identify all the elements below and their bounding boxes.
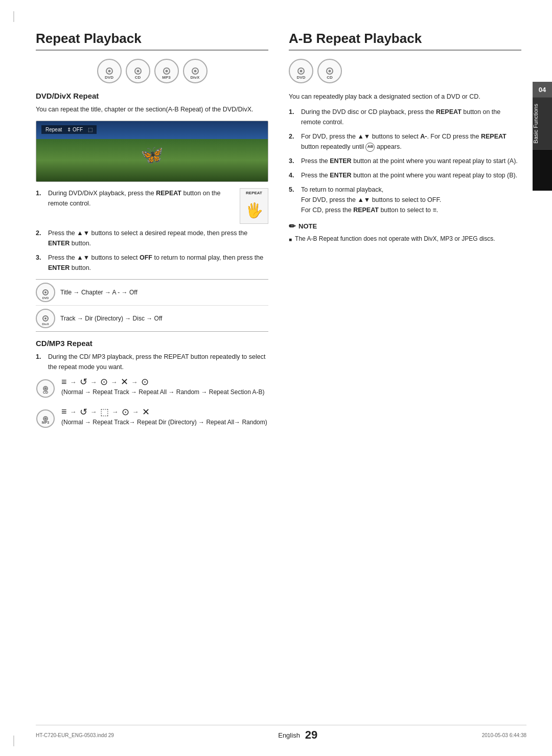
right-section-title: A-B Repeat Playback bbox=[289, 31, 521, 51]
cd-mp3-title: CD/MP3 Repeat bbox=[36, 339, 268, 348]
cd-steps: 1. During the CD/ MP3 playback, press th… bbox=[36, 352, 268, 372]
step1: 1. During DVD/DivX playback, press the R… bbox=[36, 188, 235, 209]
mp3-disc-inner bbox=[163, 67, 170, 75]
mp3-label: MP3 bbox=[162, 75, 170, 80]
right-intro: You can repeatedly play back a designate… bbox=[289, 91, 521, 102]
divx-disc-inner bbox=[192, 67, 199, 75]
right-dvd-disc-icon: DVD bbox=[289, 59, 313, 83]
divx-row-icon: DivX bbox=[36, 309, 55, 328]
right-step3: 3. Press the ENTER button at the point w… bbox=[289, 156, 521, 166]
left-column: Repeat Playback DVD CD MP3 DivX bbox=[36, 31, 268, 436]
note-label: NOTE bbox=[298, 222, 317, 230]
cd-seq1-row: CD ≡ → ↺ → ⊙ → ✕ → ⊙ (Normal → bbox=[36, 376, 268, 400]
sym-normal1: ≡ bbox=[61, 377, 69, 387]
page-footer: HT-C720-EUR_ENG-0503.indd 29 English 29 … bbox=[36, 725, 526, 742]
note-section: ✏ NOTE ■ The A-B Repeat function does no… bbox=[289, 221, 521, 243]
step1-text: 1. During DVD/DivX playback, press the R… bbox=[36, 188, 235, 224]
dvd-disc-inner bbox=[106, 67, 113, 75]
right-step1-content: During the DVD disc or CD playback, pres… bbox=[301, 107, 521, 127]
right-disc-icons-row: DVD CD bbox=[289, 59, 521, 83]
right-step4-content: Press the ENTER button at the point wher… bbox=[301, 170, 521, 180]
right-step2-content: For DVD, press the ▲▼ buttons to select … bbox=[301, 131, 521, 152]
right-cd-disc-inner bbox=[326, 67, 333, 75]
steps-list-1: 1. During DVD/DivX playback, press the R… bbox=[36, 188, 235, 209]
sym-all1: ⊙ bbox=[100, 376, 110, 387]
hand-icon: 🖐 bbox=[245, 202, 263, 219]
step2-bold: ENTER bbox=[48, 240, 70, 247]
right-steps-list: 1. During the DVD disc or CD playback, p… bbox=[289, 107, 521, 215]
repeat-mode-table: DVD Title → Chapter → A - → Off DivX Tra… bbox=[36, 279, 268, 332]
ab-icon: AB bbox=[365, 143, 375, 152]
right-column: A-B Repeat Playback DVD CD You can repea… bbox=[289, 31, 521, 436]
arr8: → bbox=[132, 408, 141, 416]
dvd-repeat-row: DVD Title → Chapter → A - → Off bbox=[36, 280, 268, 306]
step1-container: 1. During DVD/DivX playback, press the R… bbox=[36, 188, 268, 224]
step3-num: 3. bbox=[36, 253, 44, 273]
sym-random2: ✕ bbox=[142, 406, 152, 418]
disc-icons-row: DVD CD MP3 DivX bbox=[36, 59, 268, 83]
mp3-seq2-label: MP3 bbox=[42, 421, 49, 424]
cd-seq1-caption: (Normal → Repeat Track → Repeat All → Ra… bbox=[61, 387, 265, 397]
steps-list-23: 2. Press the ▲▼ buttons to select a desi… bbox=[36, 228, 268, 273]
note-header: ✏ NOTE bbox=[289, 221, 521, 231]
right-step2-bold2: REPEAT bbox=[481, 133, 507, 140]
left-section-title: Repeat Playback bbox=[36, 31, 268, 51]
cd-seq1-label: CD bbox=[43, 391, 48, 394]
right-step4-num: 4. bbox=[289, 170, 297, 180]
right-step1-bold: REPEAT bbox=[436, 108, 462, 116]
right-step5-num: 5. bbox=[289, 185, 297, 215]
arr6: → bbox=[90, 408, 99, 416]
cd-disc-icon: CD bbox=[126, 59, 150, 83]
step2: 2. Press the ▲▼ buttons to select a desi… bbox=[36, 228, 268, 248]
arr1: → bbox=[70, 378, 79, 386]
mp3-seq2-row: MP3 ≡ → ↺ → ⬚ → ⊙ → ✕ (Normal → bbox=[36, 406, 268, 430]
page-lang: English bbox=[278, 731, 300, 739]
mp3-seq2-caption: (Normal → Repeat Track→ Repeat Dir (Dire… bbox=[61, 418, 267, 427]
repeat-value: ⇕ OFF bbox=[67, 127, 83, 132]
right-step3-bold: ENTER bbox=[330, 157, 351, 165]
cd-label: CD bbox=[135, 75, 141, 80]
note-text-1: The A-B Repeat function does not operate… bbox=[295, 234, 495, 243]
step1-content: During DVD/DivX playback, press the REPE… bbox=[48, 188, 235, 209]
cd-disc-inner bbox=[134, 67, 142, 75]
right-cd-disc-icon: CD bbox=[317, 59, 342, 83]
cd-step1: 1. During the CD/ MP3 playback, press th… bbox=[36, 352, 268, 372]
step1-num: 1. bbox=[36, 188, 44, 209]
footer-left-text: HT-C720-EUR_ENG-0503.indd 29 bbox=[36, 732, 114, 738]
right-step2-num: 2. bbox=[289, 131, 297, 152]
dvd-row-text: Title → Chapter → A - → Off bbox=[60, 288, 137, 297]
repeat-button-image: REPEAT 🖐 bbox=[240, 188, 268, 224]
note-bullet-1: ■ The A-B Repeat function does not opera… bbox=[289, 234, 521, 243]
arr2: → bbox=[90, 378, 99, 386]
repeat-icon: ⬚ bbox=[88, 127, 93, 132]
note-pencil-icon: ✏ bbox=[289, 221, 295, 231]
dvd-overlay: Repeat ⇕ OFF ⬚ bbox=[41, 125, 97, 134]
main-content: Repeat Playback DVD CD MP3 DivX bbox=[36, 31, 521, 436]
right-dvd-disc-inner bbox=[297, 67, 305, 75]
divx-label: DivX bbox=[191, 75, 200, 80]
sym-track1: ↺ bbox=[80, 376, 89, 387]
sym-all2: ⊙ bbox=[122, 406, 131, 418]
cd-seq1-symbols: ≡ → ↺ → ⊙ → ✕ → ⊙ bbox=[61, 376, 265, 387]
sym-random1: ✕ bbox=[121, 376, 130, 387]
mp3-disc-icon: MP3 bbox=[154, 59, 179, 83]
dvd-label: DVD bbox=[105, 75, 113, 80]
sym-ab1: ⊙ bbox=[141, 376, 151, 387]
dvd-screenshot: Repeat ⇕ OFF ⬚ bbox=[36, 121, 268, 182]
mp3-seq2-symbols: ≡ → ↺ → ⬚ → ⊙ → ✕ bbox=[61, 406, 267, 418]
butterfly-image bbox=[36, 139, 268, 181]
right-dvd-label: DVD bbox=[297, 75, 306, 80]
step3-bold1: OFF bbox=[140, 254, 152, 261]
step3: 3. Press the ▲▼ buttons to select OFF to… bbox=[36, 253, 268, 273]
step2-num: 2. bbox=[36, 228, 44, 248]
right-step5-content: To return to normal playback,For DVD, pr… bbox=[301, 185, 521, 215]
cd-step1-content: During the CD/ MP3 playback, press the R… bbox=[48, 352, 268, 372]
right-step5-bold: REPEAT bbox=[353, 207, 379, 214]
mp3-seq2-icon-col: MP3 bbox=[36, 406, 55, 428]
page-wrapper: Repeat Playback DVD CD MP3 DivX bbox=[0, 0, 552, 756]
arr4: → bbox=[131, 378, 140, 386]
right-step4-bold: ENTER bbox=[330, 172, 351, 179]
page-number: 29 bbox=[305, 728, 317, 742]
sym-dir2: ⬚ bbox=[100, 406, 111, 418]
mp3-seq2-disc: MP3 bbox=[36, 409, 55, 428]
